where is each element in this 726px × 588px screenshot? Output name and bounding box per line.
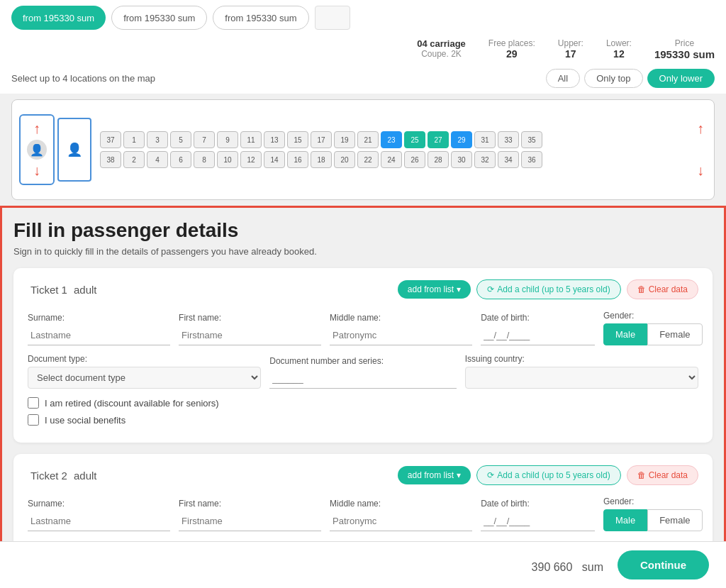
seat-17[interactable]: 17 xyxy=(311,131,332,148)
ticket-1-add-list-label: add from list xyxy=(408,284,454,294)
seat-2[interactable]: 2 xyxy=(123,151,145,168)
seat-22[interactable]: 22 xyxy=(357,151,379,168)
seat-5[interactable]: 5 xyxy=(170,131,191,148)
carriage-name: 04 carriage xyxy=(417,38,466,49)
train-right-end: ↑ ↓ xyxy=(694,118,707,182)
ticket-2-middle-input[interactable] xyxy=(330,511,472,531)
ticket-1-benefits-checkbox[interactable] xyxy=(28,414,39,426)
seat-10[interactable]: 10 xyxy=(217,151,238,168)
ticket-1-clear-button[interactable]: 🗑 Clear data xyxy=(627,279,698,299)
price-value: 195330 sum xyxy=(654,48,715,60)
seat-16[interactable]: 16 xyxy=(287,151,308,168)
seat-1[interactable]: 1 xyxy=(123,131,145,148)
carriage-name-block: 04 carriage Coupe. 2K xyxy=(417,38,466,59)
passenger-details-section: Fill in passenger details Sign in to qui… xyxy=(0,206,726,588)
seat-6[interactable]: 6 xyxy=(170,151,191,168)
seat-23[interactable]: 23 xyxy=(381,131,402,148)
ticket-2-add-child-button[interactable]: ⟳ Add a child (up to 5 years old) xyxy=(476,465,620,485)
seat-12[interactable]: 12 xyxy=(240,151,262,168)
ticket-2-firstname-label: First name: xyxy=(179,499,321,509)
ticket-2-middle-label: Middle name: xyxy=(330,499,472,509)
ticket-1-middle-group: Middle name: xyxy=(330,313,472,345)
seat-27[interactable]: 27 xyxy=(428,131,449,148)
seat-24[interactable]: 24 xyxy=(381,151,402,168)
seat-38[interactable]: 38 xyxy=(100,151,121,168)
seat-21[interactable]: 21 xyxy=(357,131,379,148)
ticket-1-add-from-list-button[interactable]: add from list ▾ xyxy=(398,280,471,299)
ticket-2-clear-button[interactable]: 🗑 Clear data xyxy=(627,465,698,485)
price-label: Price xyxy=(654,38,715,48)
seat-31[interactable]: 31 xyxy=(474,131,496,148)
seat-13[interactable]: 13 xyxy=(264,131,285,148)
seat-19[interactable]: 19 xyxy=(334,131,355,148)
continue-button[interactable]: Continue xyxy=(618,550,709,579)
seat-20[interactable]: 20 xyxy=(334,151,355,168)
ticket-2-add-from-list-button[interactable]: add from list ▾ xyxy=(398,466,471,484)
filter-all-button[interactable]: All xyxy=(546,69,580,88)
seat-34[interactable]: 34 xyxy=(498,151,519,168)
seat-37[interactable]: 37 xyxy=(100,131,121,148)
ticket-1-female-button[interactable]: Female xyxy=(647,323,702,345)
seat-7[interactable]: 7 xyxy=(194,131,215,148)
seat-36[interactable]: 36 xyxy=(521,151,542,168)
ticket-1-doctype-select[interactable]: Select document type xyxy=(28,367,261,389)
ticket-1-add-child-label: Add a child (up to 5 years old) xyxy=(497,284,610,294)
ticket-1-gender-label: Gender: xyxy=(603,311,698,321)
ticket-2-firstname-input[interactable] xyxy=(179,511,321,531)
lower-block: Lower: 12 xyxy=(606,38,632,60)
ticket-2-male-button[interactable]: Male xyxy=(603,509,647,531)
page-subtitle: Sign in to quickly fill in the details o… xyxy=(13,246,713,257)
ticket-1-country-label: Issuing country: xyxy=(465,354,698,364)
ticket-1-middle-label: Middle name: xyxy=(330,313,472,323)
seat-30[interactable]: 30 xyxy=(451,151,472,168)
seat-4[interactable]: 4 xyxy=(147,151,168,168)
ticket-1-type: adult xyxy=(74,284,97,296)
seat-29[interactable]: 29 xyxy=(451,131,472,148)
ticket-1-docnum-input[interactable] xyxy=(269,369,456,389)
filter-lower-button[interactable]: Only lower xyxy=(647,69,715,88)
ticket-1-retired-checkbox[interactable] xyxy=(28,397,39,409)
ticket-1-middle-input[interactable] xyxy=(330,326,472,345)
ticket-1-country-select[interactable] xyxy=(465,367,698,389)
seat-3[interactable]: 3 xyxy=(147,131,168,148)
ticket-1-surname-group: Surname: xyxy=(28,313,170,345)
ticket-1-firstname-input[interactable] xyxy=(179,326,321,345)
carriage-btn-3[interactable]: from 195330 sum xyxy=(213,6,308,30)
ticket-2-middle-group: Middle name: xyxy=(330,499,472,531)
seat-26[interactable]: 26 xyxy=(404,151,425,168)
seat-35[interactable]: 35 xyxy=(521,131,542,148)
seat-8[interactable]: 8 xyxy=(194,151,215,168)
seat-11[interactable]: 11 xyxy=(240,131,262,148)
seat-18[interactable]: 18 xyxy=(311,151,332,168)
ticket-2-surname-input[interactable] xyxy=(28,511,170,531)
ticket-1-add-child-button[interactable]: ⟳ Add a child (up to 5 years old) xyxy=(476,279,620,299)
ticket-1-benefits-label: I use social benefits xyxy=(45,415,125,426)
lower-value: 12 xyxy=(606,48,632,60)
seat-25[interactable]: 25 xyxy=(404,131,425,148)
chevron-down-icon: ▾ xyxy=(457,284,461,294)
seat-9[interactable]: 9 xyxy=(217,131,238,148)
ticket-1-surname-input[interactable] xyxy=(28,326,170,345)
ticket-1-dob-input[interactable] xyxy=(481,326,595,345)
ticket-2-female-button[interactable]: Female xyxy=(647,509,702,531)
page-title: Fill in passenger details xyxy=(13,219,713,242)
seat-14[interactable]: 14 xyxy=(264,151,285,168)
ticket-2-form-row-1: Surname: First name: Middle name: Date o… xyxy=(28,497,698,531)
filter-top-button[interactable]: Only top xyxy=(584,69,642,88)
seat-28[interactable]: 28 xyxy=(428,151,449,168)
ticket-1-male-button[interactable]: Male xyxy=(603,323,647,345)
carriage-btn-2[interactable]: from 195330 sum xyxy=(111,6,207,30)
seat-33[interactable]: 33 xyxy=(498,131,519,148)
ticket-1-doctype-label: Document type: xyxy=(28,354,261,364)
ticket-2-title: Ticket 2 adult xyxy=(28,468,97,483)
ticket-2-header: Ticket 2 adult add from list ▾ ⟳ Add a c… xyxy=(28,465,698,485)
carriage-btn-1[interactable]: from 195330 sum xyxy=(11,6,106,30)
bottom-seats-row: 3824681012141618202224262830323436 xyxy=(100,151,688,168)
ticket-2-dob-input[interactable] xyxy=(481,511,595,531)
arrow-down-icon: ↓ xyxy=(33,162,40,179)
ticket-1-surname-label: Surname: xyxy=(28,313,170,323)
trash-icon: 🗑 xyxy=(637,284,646,294)
ticket-2-number: Ticket 2 xyxy=(30,470,67,482)
seat-32[interactable]: 32 xyxy=(474,151,496,168)
seat-15[interactable]: 15 xyxy=(287,131,308,148)
